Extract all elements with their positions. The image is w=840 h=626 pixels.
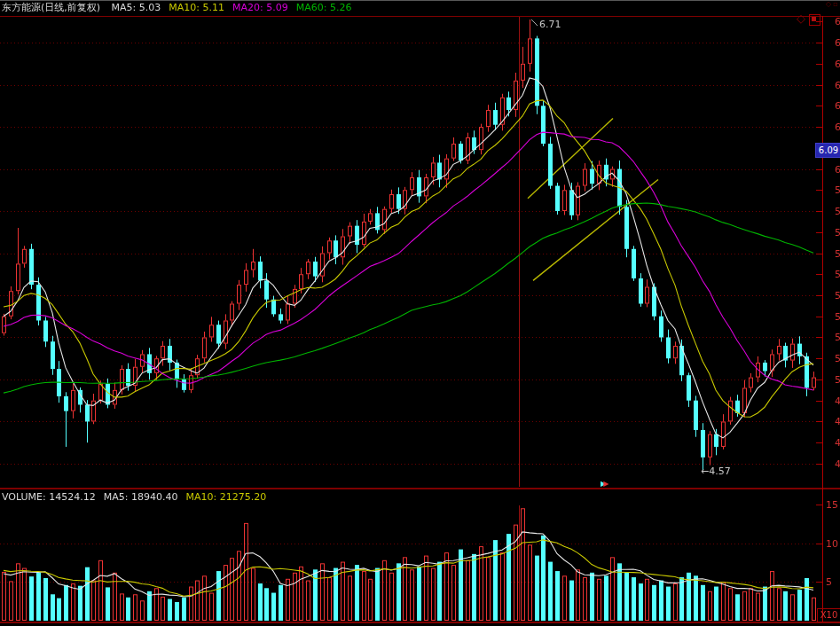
legend-item: MA60: 5.26: [296, 2, 352, 13]
price-axis-label: 5: [835, 269, 840, 280]
scroll-position-marker[interactable]: ▶▶: [601, 480, 606, 488]
chart-canvas[interactable]: [0, 0, 840, 626]
volume-axis-label: 5: [826, 576, 832, 588]
price-axis-label: 6: [835, 80, 840, 91]
price-axis-label: 5: [835, 227, 840, 239]
volume-axis-label: 10: [826, 538, 838, 550]
diamond-icon[interactable]: ◇: [797, 12, 805, 25]
period-box-fill: [812, 17, 816, 21]
price-axis-label: 5: [835, 311, 840, 323]
legend-item: MA5: 18940.40: [104, 491, 178, 503]
legend-item: VOLUME: 14524.12: [2, 491, 96, 503]
price-axis-label: 4: [835, 437, 840, 449]
main-chart-legend: 东方能源(日线,前复权) MA5: 5.03MA10: 5.11MA20: 5.…: [2, 2, 359, 13]
price-axis-label: 4: [835, 395, 840, 407]
price-axis-label: 5: [835, 248, 840, 260]
legend-item: MA10: 21275.20: [185, 491, 266, 503]
volume-legend: VOLUME: 14524.12MA5: 18940.40MA10: 21275…: [2, 491, 274, 503]
price-axis-label: 4: [835, 416, 840, 427]
price-axis-label: 5: [835, 353, 840, 364]
price-axis-label: 6: [835, 16, 840, 27]
price-axis-label: 6: [835, 164, 840, 176]
low-price-annotation: ←4.57: [701, 466, 731, 477]
price-axis-label: 5: [835, 332, 840, 343]
cursor-price-badge: 6.09: [815, 143, 840, 158]
price-axis-label: 6: [835, 37, 840, 49]
stock-app-window: 东方能源(日线,前复权) MA5: 5.03MA10: 5.11MA20: 5.…: [0, 0, 840, 626]
scroll-arrow-red-icon: ▶: [603, 480, 606, 488]
peak-price-annotation: 6.71: [539, 19, 561, 30]
legend-item: MA10: 5.11: [169, 2, 224, 13]
corner-icons[interactable]: ◇▫: [826, 0, 840, 8]
volume-axis-label: 15: [826, 499, 838, 511]
price-axis-label: 4: [835, 458, 840, 470]
price-axis-label: 5: [835, 290, 840, 301]
price-axis-label: 5: [835, 184, 840, 196]
price-axis-label: 6: [835, 121, 840, 133]
price-axis-label: 5: [835, 206, 840, 217]
legend-item: MA5: 5.03: [112, 2, 161, 13]
stock-title: 东方能源(日线,前复权): [2, 2, 100, 13]
volume-unit-multiplier: X10: [817, 608, 840, 622]
legend-item: MA20: 5.09: [232, 2, 288, 13]
price-axis-label: 6: [835, 59, 840, 70]
period-box-icon[interactable]: [809, 14, 820, 26]
price-axis-label: 5: [835, 374, 840, 386]
price-axis-label: 6: [835, 100, 840, 112]
